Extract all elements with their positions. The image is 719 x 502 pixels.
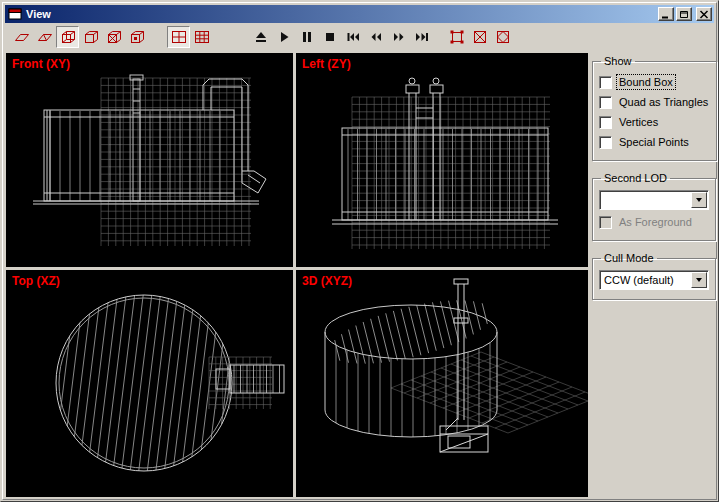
eject-button[interactable] (249, 26, 272, 48)
app-icon (8, 7, 22, 21)
tank-outline (33, 110, 259, 204)
cube-wireframe-button[interactable] (56, 26, 79, 48)
as-foreground-label: As Foreground (617, 215, 694, 229)
tank-top-stripes (331, 289, 491, 374)
bound-box-checkbox[interactable] (599, 76, 612, 89)
stop-icon (322, 29, 338, 45)
vertices-label[interactable]: Vertices (617, 115, 660, 129)
toolbar (5, 23, 714, 51)
layout-grid-3x3-icon (194, 29, 210, 45)
chevron-down-icon[interactable] (691, 192, 707, 208)
checkbox-row: As Foreground (599, 215, 709, 229)
cube-cross-button[interactable] (102, 26, 125, 48)
maximize-icon (679, 10, 689, 19)
cull-mode-groupbox: Cull Mode CCW (default) (592, 252, 716, 300)
cube-wireframe-icon (60, 29, 76, 45)
tank-outline (332, 128, 558, 224)
viewport-top-xz[interactable]: Top (XZ) (6, 270, 293, 497)
top-xz-wireframe (6, 270, 293, 497)
pause-button[interactable] (295, 26, 318, 48)
cube-marked-icon (129, 29, 145, 45)
checkbox-row: Bound Box (599, 75, 710, 89)
flat-quad-icon (14, 29, 30, 45)
checkbox-row: Special Points (599, 135, 710, 149)
frame-corners-icon (449, 29, 465, 45)
checkbox-row: Vertices (599, 115, 710, 129)
viewport-grid: Front (XY) Left (ZY) (6, 53, 588, 497)
skip-start-icon (345, 29, 361, 45)
second-lod-select[interactable] (599, 190, 709, 210)
cull-mode-groupbox-title: Cull Mode (601, 252, 657, 264)
viewport-label: Top (XZ) (12, 274, 60, 288)
fast-forward-button[interactable] (387, 26, 410, 48)
close-button[interactable] (696, 7, 712, 21)
special-points-label[interactable]: Special Points (617, 135, 691, 149)
cube-solid-button[interactable] (79, 26, 102, 48)
as-foreground-checkbox (599, 216, 612, 229)
cube-cross-icon (106, 29, 122, 45)
front-xy-wireframe (6, 53, 293, 267)
frame-cross-icon (472, 29, 488, 45)
frame-diamond-icon (495, 29, 511, 45)
vertices-checkbox[interactable] (599, 116, 612, 129)
pause-icon (299, 29, 315, 45)
skip-end-icon (414, 29, 430, 45)
reference-grid (101, 78, 251, 246)
window-inner-frame: View (2, 2, 717, 500)
show-groupbox-title: Show (601, 55, 635, 67)
viewport-3d-xyz[interactable]: 3D (XYZ) (296, 270, 588, 497)
show-groupbox: Show Bound Box Quad as Triangles Vertice… (592, 55, 717, 161)
fast-forward-icon (391, 29, 407, 45)
second-lod-groupbox-title: Second LOD (601, 172, 670, 184)
layout-grid-3x3-button[interactable] (190, 26, 213, 48)
flat-quad-split-icon (37, 29, 53, 45)
viewport-label: Left (ZY) (302, 57, 351, 71)
window-title: View (26, 8, 656, 20)
layout-grid-2x2-icon (171, 29, 187, 45)
viewport-label: Front (XY) (12, 57, 70, 71)
quad-as-triangles-checkbox[interactable] (599, 96, 612, 109)
skip-end-button[interactable] (410, 26, 433, 48)
cube-solid-icon (83, 29, 99, 45)
viewport-front-xy[interactable]: Front (XY) (6, 53, 293, 267)
xyz-3d-wireframe (296, 270, 588, 497)
tank-ribs (348, 129, 538, 220)
second-lod-groupbox: Second LOD As Foreground (592, 172, 716, 241)
layout-grid-2x2-button[interactable] (167, 26, 190, 48)
flat-quad-split-button[interactable] (33, 26, 56, 48)
rewind-button[interactable] (364, 26, 387, 48)
reference-grid (352, 97, 550, 249)
tank-ribs (50, 111, 220, 201)
cull-mode-value: CCW (default) (600, 271, 690, 289)
flat-quad-button[interactable] (10, 26, 33, 48)
chevron-down-icon[interactable] (691, 272, 707, 288)
skip-start-button[interactable] (341, 26, 364, 48)
cube-marked-button[interactable] (125, 26, 148, 48)
minimize-button[interactable] (658, 7, 674, 21)
eject-icon (253, 29, 269, 45)
cull-mode-select[interactable]: CCW (default) (599, 270, 709, 290)
viewport-left-zy[interactable]: Left (ZY) (296, 53, 588, 267)
frame-diamond-button[interactable] (491, 26, 514, 48)
center-mast (130, 75, 143, 201)
left-zy-wireframe (296, 53, 588, 267)
titlebar[interactable]: View (5, 5, 714, 23)
close-icon (699, 10, 709, 19)
play-button[interactable] (272, 26, 295, 48)
side-panel: Show Bound Box Quad as Triangles Vertice… (592, 55, 716, 311)
stop-button[interactable] (318, 26, 341, 48)
second-lod-value (600, 191, 690, 209)
minimize-icon (661, 10, 671, 19)
frame-cross-button[interactable] (468, 26, 491, 48)
frame-corners-button[interactable] (445, 26, 468, 48)
maximize-button[interactable] (676, 7, 692, 21)
viewport-label: 3D (XYZ) (302, 274, 352, 288)
rewind-icon (368, 29, 384, 45)
quad-as-triangles-label[interactable]: Quad as Triangles (617, 95, 710, 109)
special-points-checkbox[interactable] (599, 136, 612, 149)
bound-box-label[interactable]: Bound Box (617, 75, 675, 89)
checkbox-row: Quad as Triangles (599, 95, 710, 109)
play-icon (276, 29, 292, 45)
view-window: View (0, 0, 719, 502)
